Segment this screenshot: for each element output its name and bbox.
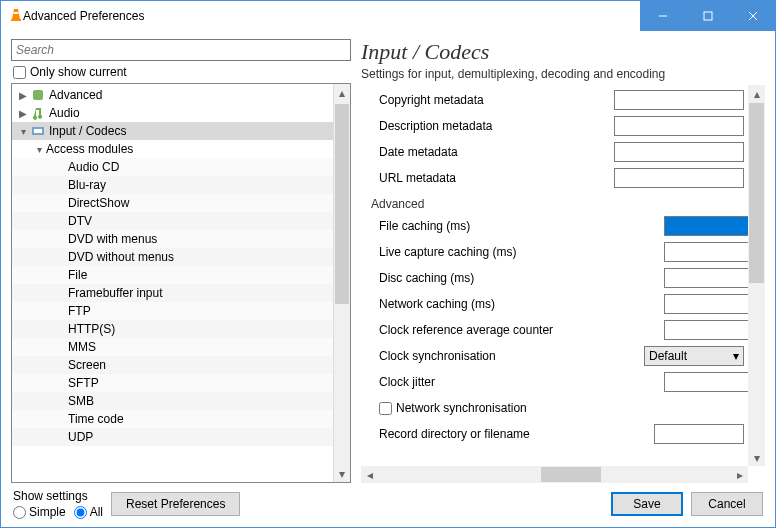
description-label: Description metadata (379, 119, 614, 133)
scroll-left-icon[interactable]: ◂ (361, 466, 378, 483)
tree-node-access-modules[interactable]: ▾ Access modules (12, 140, 333, 158)
music-note-icon (30, 105, 46, 121)
svg-rect-9 (34, 129, 42, 133)
panel-vscrollbar[interactable]: ▴▾ (748, 85, 765, 466)
search-input[interactable] (11, 39, 351, 61)
disc-caching-label: Disc caching (ms) (379, 271, 664, 285)
chevron-right-icon[interactable]: ▶ (16, 90, 30, 101)
tree-leaf[interactable]: DTV (12, 212, 333, 230)
chevron-down-icon: ▾ (733, 349, 739, 363)
chevron-down-icon[interactable]: ▾ (32, 144, 46, 155)
scroll-up-icon[interactable]: ▴ (334, 84, 350, 101)
cancel-button[interactable]: Cancel (691, 492, 763, 516)
tree-leaf[interactable]: DVD without menus (12, 248, 333, 266)
clock-jitter-label: Clock jitter (379, 375, 664, 389)
simple-radio[interactable]: Simple (13, 505, 66, 519)
panel-title: Input / Codecs (361, 39, 765, 65)
maximize-button[interactable] (685, 1, 730, 31)
show-settings-label: Show settings (13, 489, 103, 503)
all-radio[interactable]: All (74, 505, 103, 519)
scroll-right-icon[interactable]: ▸ (731, 466, 748, 483)
network-sync-checkbox[interactable]: Network synchronisation (379, 401, 527, 415)
file-caching-label: File caching (ms) (379, 219, 664, 233)
tree-leaf[interactable]: Audio CD (12, 158, 333, 176)
clock-jitter-spinner[interactable]: ▴▾ (664, 372, 744, 392)
reset-preferences-button[interactable]: Reset Preferences (111, 492, 240, 516)
scroll-down-icon[interactable]: ▾ (748, 449, 765, 466)
scroll-down-icon[interactable]: ▾ (334, 465, 350, 482)
tree-node-advanced[interactable]: ▶ Advanced (12, 86, 333, 104)
tree-leaf[interactable]: DirectShow (12, 194, 333, 212)
url-label: URL metadata (379, 171, 614, 185)
tree-leaf[interactable]: HTTP(S) (12, 320, 333, 338)
only-show-current-checkbox[interactable]: Only show current (11, 65, 351, 79)
tree-scrollbar[interactable]: ▴ ▾ (333, 84, 350, 482)
clock-ref-label: Clock reference average counter (379, 323, 664, 337)
tree-leaf[interactable]: SFTP (12, 374, 333, 392)
minimize-button[interactable] (640, 1, 685, 31)
network-caching-label: Network caching (ms) (379, 297, 664, 311)
clock-sync-label: Clock synchronisation (379, 349, 644, 363)
scroll-thumb[interactable] (749, 103, 764, 283)
tree-node-input-codecs[interactable]: ▾ Input / Codecs (12, 122, 333, 140)
tree-leaf[interactable]: DVD with menus (12, 230, 333, 248)
save-button[interactable]: Save (611, 492, 683, 516)
description-input[interactable] (614, 116, 744, 136)
copyright-label: Copyright metadata (379, 93, 614, 107)
advanced-group-label: Advanced (371, 197, 744, 211)
record-dir-label: Record directory or filename (379, 427, 654, 441)
window-title: Advanced Preferences (23, 9, 144, 23)
panel-hscrollbar[interactable]: ◂▸ (361, 466, 748, 483)
network-caching-spinner[interactable]: ▴▾ (664, 294, 744, 314)
tree-leaf[interactable]: Framebuffer input (12, 284, 333, 302)
copyright-input[interactable] (614, 90, 744, 110)
panel-subtitle: Settings for input, demultiplexing, deco… (361, 67, 765, 81)
chevron-right-icon[interactable]: ▶ (16, 108, 30, 119)
record-dir-input[interactable] (654, 424, 744, 444)
live-caching-spinner[interactable]: ▴▾ (664, 242, 744, 262)
clock-ref-spinner[interactable]: ▴▾ (664, 320, 744, 340)
file-caching-spinner[interactable]: ▴▾ (664, 216, 744, 236)
titlebar: Advanced Preferences (1, 1, 775, 31)
scroll-thumb[interactable] (541, 467, 601, 482)
tree-leaf[interactable]: File (12, 266, 333, 284)
date-label: Date metadata (379, 145, 614, 159)
live-caching-label: Live capture caching (ms) (379, 245, 664, 259)
codec-icon (30, 123, 46, 139)
svg-rect-1 (14, 12, 19, 14)
url-input[interactable] (614, 168, 744, 188)
category-tree[interactable]: ▶ Advanced ▶ Audio ▾ (11, 83, 351, 483)
svg-rect-7 (33, 90, 43, 100)
tree-leaf[interactable]: MMS (12, 338, 333, 356)
chevron-down-icon[interactable]: ▾ (16, 126, 30, 137)
tree-node-audio[interactable]: ▶ Audio (12, 104, 333, 122)
clock-sync-select[interactable]: Default▾ (644, 346, 744, 366)
scroll-thumb[interactable] (335, 104, 349, 304)
tree-leaf[interactable]: FTP (12, 302, 333, 320)
tree-leaf[interactable]: Blu-ray (12, 176, 333, 194)
preferences-window: Advanced Preferences Only show current (0, 0, 776, 528)
svg-rect-4 (704, 12, 712, 20)
vlc-icon (9, 8, 23, 25)
date-input[interactable] (614, 142, 744, 162)
tree-leaf[interactable]: Time code (12, 410, 333, 428)
tree-leaf[interactable]: UDP (12, 428, 333, 446)
close-button[interactable] (730, 1, 775, 31)
tree-leaf[interactable]: SMB (12, 392, 333, 410)
disc-caching-spinner[interactable]: ▴▾ (664, 268, 744, 288)
gear-icon (30, 87, 46, 103)
svg-rect-2 (11, 19, 21, 21)
tree-leaf[interactable]: Screen (12, 356, 333, 374)
scroll-up-icon[interactable]: ▴ (748, 85, 765, 102)
